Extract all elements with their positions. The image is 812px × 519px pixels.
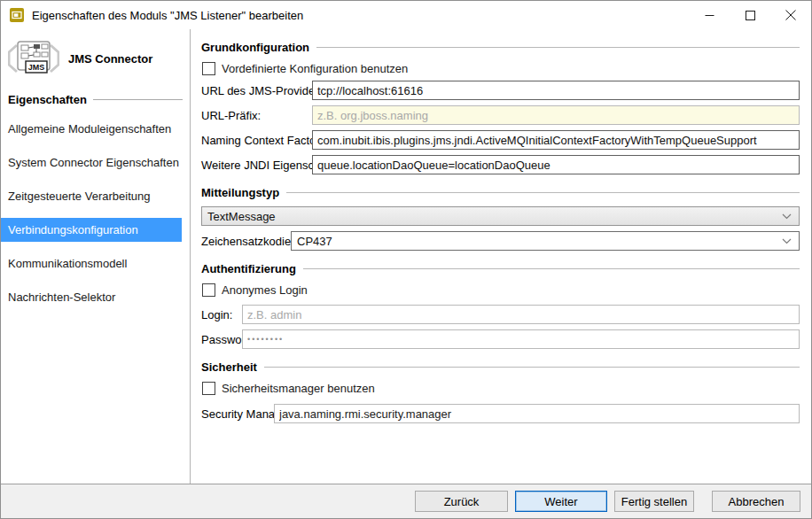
module-name: JMS Connector xyxy=(68,52,152,66)
url-prefix-row: URL-Präfix: xyxy=(201,105,800,125)
section-line xyxy=(303,268,800,269)
section-authentifizierung: Authentifizierung xyxy=(201,262,800,275)
dialog-window: Eigenschaften des Moduls "JMS Listener" … xyxy=(0,0,812,519)
jms-connector-icon: JMS xyxy=(8,40,59,77)
url-prefix-input[interactable] xyxy=(312,105,800,125)
security-manager-row: Security Manager: xyxy=(201,404,800,423)
footer-button-bar: Zurück Weiter Fertig stellen Abbrechen xyxy=(1,484,811,518)
window-title: Eigenschaften des Moduls "JMS Listener" … xyxy=(32,9,303,22)
module-logo-row: JMS JMS Connector xyxy=(1,36,190,84)
predefined-config-row: Vordefinierte Konfiguration benutzen xyxy=(201,62,800,75)
jms-provider-url-label: URL des JMS-Providers: xyxy=(201,84,312,97)
close-button[interactable] xyxy=(770,1,811,29)
main-panel: Grundkonfiguration Vordefinierte Konfigu… xyxy=(191,29,811,484)
app-icon xyxy=(10,8,24,22)
section-title-grundkonfiguration: Grundkonfiguration xyxy=(201,41,309,54)
security-manager-input[interactable] xyxy=(274,404,800,423)
sidebar-section-header: Eigenschaften xyxy=(1,84,190,110)
svg-text:JMS: JMS xyxy=(28,63,45,72)
url-prefix-label: URL-Präfix: xyxy=(201,109,312,122)
sidebar-item-nachrichten-selektor[interactable]: Nachrichten-Selektor xyxy=(1,285,182,309)
message-type-select[interactable]: TextMessage xyxy=(201,206,800,226)
naming-context-factory-label: Naming Context Factory: xyxy=(201,134,312,147)
security-manager-checkbox-row: Sicherheitsmanager benutzen xyxy=(201,382,800,395)
section-mitteilungstyp: Mitteilungstyp xyxy=(201,186,800,199)
sidebar-item-verbindungskonfiguration[interactable]: Verbindungskonfiguration xyxy=(1,218,182,242)
section-title-sicherheit: Sicherheit xyxy=(201,360,257,374)
naming-context-factory-input[interactable] xyxy=(312,130,800,150)
sidebar: JMS JMS Connector Eigenschaften Allgemei… xyxy=(1,29,191,484)
password-label: Passwort: xyxy=(201,333,242,346)
jms-provider-url-row: URL des JMS-Providers: xyxy=(201,81,800,100)
section-line xyxy=(286,192,800,193)
finish-button[interactable]: Fertig stellen xyxy=(614,491,694,512)
section-sicherheit: Sicherheit xyxy=(201,360,800,374)
sidebar-item-kommunikationsmodell[interactable]: Kommunikationsmodell xyxy=(1,252,182,275)
maximize-button[interactable] xyxy=(730,1,770,29)
sidebar-header-line xyxy=(93,99,183,100)
minimize-button[interactable] xyxy=(689,1,730,29)
maximize-icon xyxy=(746,11,755,20)
cancel-button[interactable]: Abbrechen xyxy=(712,491,800,512)
predefined-config-checkbox[interactable] xyxy=(202,62,215,75)
jndi-properties-input[interactable] xyxy=(312,155,800,174)
sidebar-item-zeitgesteuerte-verarbeitung[interactable]: Zeitgesteuerte Verarbeitung xyxy=(1,184,182,208)
close-icon xyxy=(785,10,796,20)
security-manager-checkbox[interactable] xyxy=(202,382,215,395)
predefined-config-label: Vordefinierte Konfiguration benutzen xyxy=(222,62,408,75)
back-button[interactable]: Zurück xyxy=(415,491,508,512)
section-line xyxy=(264,367,800,368)
jndi-properties-row: Weitere JNDI Eigenschaften: xyxy=(201,155,800,174)
sidebar-section-title: Eigenschaften xyxy=(8,93,87,106)
encoding-label: Zeichensatzkodierung: xyxy=(201,235,291,248)
message-type-value: TextMessage xyxy=(207,210,276,223)
section-grundkonfiguration: Grundkonfiguration xyxy=(201,41,800,54)
minimize-icon xyxy=(705,11,714,20)
sidebar-nav: Allgemeine Moduleigenschaften System Con… xyxy=(1,117,190,309)
jms-provider-url-input[interactable] xyxy=(312,81,800,100)
encoding-select[interactable]: CP437 xyxy=(291,231,800,251)
encoding-value: CP437 xyxy=(297,235,332,248)
anonymous-login-row: Anonymes Login xyxy=(201,283,800,297)
naming-context-factory-row: Naming Context Factory: xyxy=(201,130,800,150)
password-input[interactable] xyxy=(242,329,800,349)
sidebar-item-system-connector-eigenschaften[interactable]: System Connector Eigenschaften xyxy=(1,151,182,174)
sidebar-item-allgemeine-moduleigenschaften[interactable]: Allgemeine Moduleigenschaften xyxy=(1,117,182,141)
anonymous-login-label: Anonymes Login xyxy=(222,283,308,297)
section-title-authentifizierung: Authentifizierung xyxy=(201,262,296,275)
section-line xyxy=(316,47,800,48)
title-bar: Eigenschaften des Moduls "JMS Listener" … xyxy=(1,1,811,29)
jndi-properties-label: Weitere JNDI Eigenschaften: xyxy=(201,159,312,172)
security-manager-label: Security Manager: xyxy=(201,407,274,421)
chevron-down-icon xyxy=(782,213,792,220)
section-title-mitteilungstyp: Mitteilungstyp xyxy=(201,186,279,199)
next-button[interactable]: Weiter xyxy=(515,491,607,512)
login-row: Login: xyxy=(201,305,800,324)
login-label: Login: xyxy=(201,308,242,321)
chevron-down-icon xyxy=(782,238,792,244)
anonymous-login-checkbox[interactable] xyxy=(202,283,215,297)
encoding-row: Zeichensatzkodierung: CP437 xyxy=(201,231,800,251)
security-manager-checkbox-label: Sicherheitsmanager benutzen xyxy=(222,382,375,395)
login-input[interactable] xyxy=(242,305,800,324)
password-row: Passwort: xyxy=(201,329,800,349)
